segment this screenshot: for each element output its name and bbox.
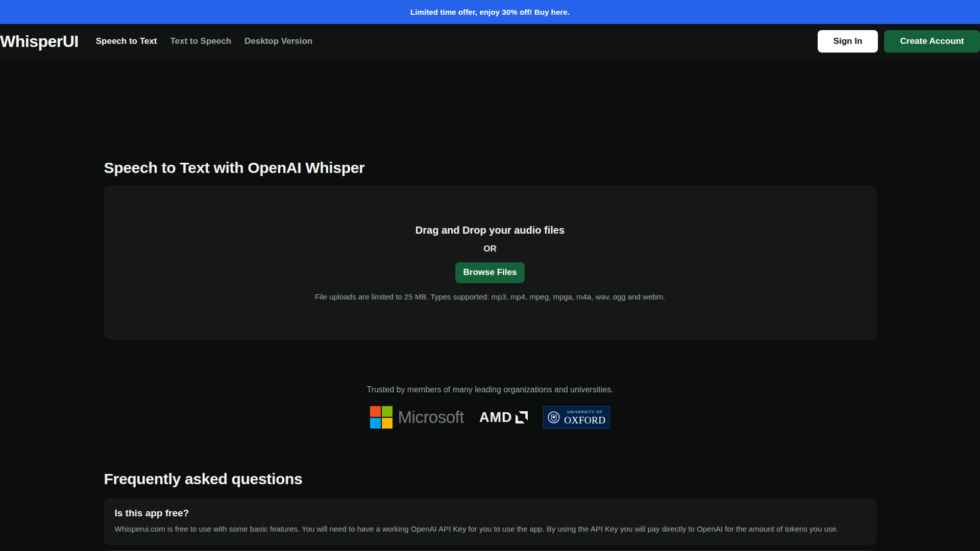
faq-title: Frequently asked questions [104, 470, 876, 488]
file-dropzone[interactable]: Drag and Drop your audio files OR Browse… [104, 186, 876, 339]
trusted-section: Trusted by members of many leading organ… [0, 385, 980, 429]
nav-desktop-version[interactable]: Desktop Version [244, 36, 312, 46]
nav-text-to-speech[interactable]: Text to Speech [170, 36, 231, 46]
faq-question: Is this app free? [115, 508, 866, 519]
header: WhisperUI Speech to Text Text to Speech … [0, 24, 980, 59]
sign-in-button[interactable]: Sign In [818, 30, 878, 53]
dropzone-heading: Drag and Drop your audio files [415, 224, 565, 236]
faq-section: Frequently asked questions Is this app f… [104, 470, 876, 551]
oxford-crest-icon [548, 410, 560, 425]
faq-item: Is this app free? Whisperui.com is free … [104, 498, 876, 545]
microsoft-logo-label: Microsoft [398, 408, 464, 427]
amd-arrow-icon [516, 411, 528, 423]
oxford-logo-top-label: UNIVERSITY OF [564, 410, 605, 414]
promo-banner: Limited time offer, enjoy 30% off! Buy h… [0, 0, 980, 24]
trusted-text: Trusted by members of many leading organ… [0, 385, 980, 394]
upload-limits-text: File uploads are limited to 25 MB. Types… [315, 292, 665, 301]
browse-files-button[interactable]: Browse Files [455, 262, 525, 283]
main-nav: Speech to Text Text to Speech Desktop Ve… [96, 36, 313, 46]
amd-logo-label: AMD [479, 410, 512, 425]
create-account-button[interactable]: Create Account [884, 30, 980, 53]
promo-banner-link[interactable]: Limited time offer, enjoy 30% off! Buy h… [410, 8, 570, 16]
nav-speech-to-text[interactable]: Speech to Text [96, 36, 157, 46]
faq-answer: Whisperui.com is free to use with some b… [115, 523, 866, 534]
partner-logo-row: Microsoft AMD UNIVERSITY OF OXFORD [0, 406, 980, 429]
oxford-logo-bottom-label: OXFORD [564, 415, 605, 425]
app-logo[interactable]: WhisperUI [0, 32, 79, 51]
amd-logo: AMD [479, 410, 528, 425]
oxford-logo: UNIVERSITY OF OXFORD [543, 406, 610, 429]
microsoft-squares-icon [370, 406, 393, 429]
dropzone-or-label: OR [483, 244, 497, 254]
header-actions: Sign In Create Account [818, 30, 980, 53]
hero-section: Speech to Text with OpenAI Whisper Drag … [104, 159, 876, 339]
microsoft-logo: Microsoft [370, 406, 464, 429]
page-title: Speech to Text with OpenAI Whisper [104, 159, 876, 177]
oxford-logo-text: UNIVERSITY OF OXFORD [564, 410, 605, 425]
